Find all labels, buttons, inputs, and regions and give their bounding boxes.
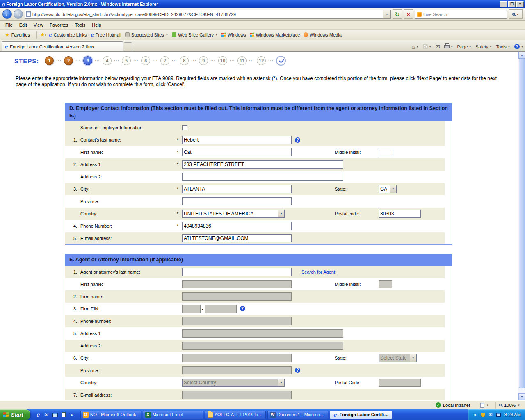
- row-address2: Address 2:: [65, 171, 445, 183]
- row-number: 3.: [73, 187, 80, 192]
- row-agent-phone: 4. Phone number:: [65, 315, 445, 327]
- dropdown-arrow-icon[interactable]: [390, 185, 396, 193]
- search-box[interactable]: Live Search: [415, 10, 507, 19]
- url-text[interactable]: http://www.plc.doleta.gov/eta_start.cfm?…: [32, 12, 236, 17]
- menu-tools[interactable]: Tools: [72, 22, 89, 28]
- safety-menu-button[interactable]: Safety: [475, 44, 492, 49]
- search-for-agent-link[interactable]: Search for Agent: [301, 269, 335, 274]
- forward-button[interactable]: →: [14, 9, 23, 19]
- menu-file[interactable]: File: [2, 22, 16, 28]
- taskbar-button-excel[interactable]: Microsoft Excel: [143, 411, 203, 419]
- city-input[interactable]: [182, 185, 292, 193]
- taskbar-button-explorer[interactable]: \\OFLC-ATL-FP01\Home\...: [205, 411, 266, 419]
- refresh-button[interactable]: [393, 9, 402, 19]
- same-as-employer-checkbox[interactable]: [182, 125, 187, 130]
- taskbar-button-word[interactable]: Document1 - Microsoft ...: [267, 411, 328, 419]
- row-agent-address1: 5. Address 1:: [65, 327, 445, 340]
- menu-favorites[interactable]: Favorites: [47, 22, 71, 28]
- help-icon[interactable]: [240, 306, 245, 311]
- agent-email-label: E-mail address:: [80, 393, 177, 397]
- agent-country-select: Select Country: [182, 379, 285, 387]
- taskbar-button-ie-active[interactable]: Foreign Labor Certific...: [330, 411, 392, 419]
- middle-initial-label: Middle initial:: [335, 150, 361, 155]
- quick-launch-show-desktop-icon[interactable]: [52, 412, 58, 418]
- minimize-button[interactable]: [500, 1, 507, 7]
- scrollbar-thumb[interactable]: [519, 59, 525, 388]
- favorites-link-suggested-sites[interactable]: Suggested Sites: [125, 32, 168, 37]
- close-button[interactable]: [516, 1, 524, 7]
- scroll-up-button[interactable]: ▲: [518, 52, 525, 59]
- rss-icon: [423, 44, 428, 49]
- url-dropdown-button[interactable]: [383, 10, 390, 18]
- menu-help[interactable]: Help: [89, 22, 104, 28]
- tray-mail-icon[interactable]: [488, 412, 493, 418]
- windows-media-icon: [304, 32, 308, 37]
- province-input[interactable]: [182, 197, 292, 205]
- zoom-control[interactable]: 100%: [495, 402, 523, 409]
- required-asterisk: *: [177, 162, 182, 167]
- tray-network-icon[interactable]: [496, 412, 501, 418]
- favorites-link-windows-media[interactable]: Windows Media: [304, 32, 342, 37]
- start-button[interactable]: Start: [0, 409, 30, 420]
- agent-country-label: Country:: [80, 380, 177, 385]
- taskbar-button-outlook[interactable]: NO - Microsoft Outlook: [80, 411, 141, 419]
- postal-code-input[interactable]: [379, 210, 421, 218]
- feeds-button[interactable]: [423, 44, 431, 49]
- address1-input[interactable]: [182, 160, 343, 169]
- tray-collapse-chevron[interactable]: [472, 412, 478, 418]
- help-button[interactable]: [514, 44, 523, 49]
- favorites-button[interactable]: Favorites: [2, 31, 32, 38]
- url-box[interactable]: http://www.plc.doleta.gov/eta_start.cfm?…: [25, 10, 391, 19]
- protected-mode-panel[interactable]: [477, 402, 492, 409]
- country-select[interactable]: UNITED STATES OF AMERICA: [182, 210, 285, 218]
- favorites-link-customize-links[interactable]: Customize Links: [49, 32, 87, 37]
- quick-launch-overflow-chevron[interactable]: [69, 412, 75, 418]
- first-name-input[interactable]: [182, 148, 292, 156]
- email-input[interactable]: [182, 234, 292, 242]
- help-icon[interactable]: [295, 368, 300, 373]
- new-tab-button[interactable]: [124, 42, 132, 51]
- search-go-button[interactable]: [509, 9, 523, 19]
- favorites-link-free-hotmail[interactable]: Free Hotmail: [91, 32, 121, 37]
- dropdown-arrow-icon[interactable]: [278, 210, 284, 217]
- address2-input[interactable]: [182, 173, 343, 181]
- home-button[interactable]: [411, 44, 418, 50]
- quick-launch-document-icon[interactable]: [61, 412, 67, 418]
- mail-icon: [436, 43, 440, 50]
- menu-edit[interactable]: Edit: [16, 22, 30, 28]
- favorites-link-windows-marketplace[interactable]: Windows Marketplace: [250, 32, 300, 37]
- step-separator: [191, 58, 196, 63]
- row-agent-last-name: 1. Agent or attorney's last name: Search…: [65, 266, 445, 278]
- phone-input[interactable]: [182, 222, 292, 230]
- vertical-scrollbar[interactable]: ▲ ▼: [518, 52, 525, 400]
- back-button[interactable]: ←: [2, 9, 12, 19]
- page-menu-button[interactable]: Page: [457, 44, 472, 49]
- search-input[interactable]: Live Search: [423, 12, 447, 17]
- tab-foreign-labor-certification[interactable]: Foreign Labor Certification, Version 2.0…: [2, 41, 123, 51]
- agent-province-input: [182, 366, 292, 374]
- read-mail-button[interactable]: [436, 43, 440, 50]
- page-icon: [26, 11, 31, 17]
- maximize-button[interactable]: [508, 1, 516, 7]
- agent-last-name-input[interactable]: [182, 268, 292, 276]
- row-city: 3. City: * State: GA: [65, 183, 445, 195]
- help-icon[interactable]: [295, 137, 300, 143]
- state-select[interactable]: GA: [379, 185, 397, 193]
- favorites-link-windows[interactable]: Windows: [221, 32, 246, 37]
- favorites-bar: Favorites Customize Links Free Hotmail S…: [0, 30, 525, 40]
- middle-initial-input[interactable]: [379, 148, 393, 156]
- scroll-down-button[interactable]: ▼: [518, 393, 525, 400]
- quick-launch-ie-icon[interactable]: [35, 412, 41, 418]
- favorites-link-web-slice-gallery[interactable]: Web Slice Gallery: [172, 32, 218, 37]
- divider: [36, 31, 37, 39]
- quick-launch-mail-icon[interactable]: [43, 412, 50, 418]
- print-button[interactable]: [444, 45, 453, 48]
- add-to-favorites-bar-icon[interactable]: [40, 32, 45, 37]
- section-d-header: D. Employer Contact Information (This se…: [65, 103, 452, 121]
- tools-menu-button[interactable]: Tools: [496, 44, 510, 49]
- contact-last-name-input[interactable]: [182, 136, 292, 144]
- menu-view[interactable]: View: [31, 22, 46, 28]
- tray-security-icon[interactable]: [480, 412, 486, 418]
- stop-button[interactable]: [404, 9, 413, 19]
- section-e: E. Agent or Attorney Information (If app…: [65, 254, 452, 400]
